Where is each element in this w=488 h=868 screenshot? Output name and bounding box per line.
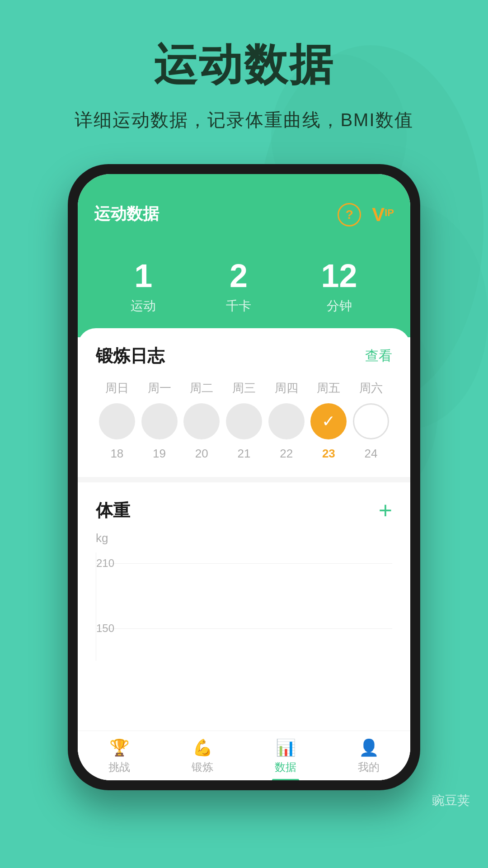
nav-label-workout: 锻炼 bbox=[192, 760, 213, 774]
vip-ip-label: IP bbox=[385, 207, 394, 219]
day-date-6: 24 bbox=[353, 447, 389, 461]
weight-chart: 210 150 bbox=[96, 552, 392, 661]
stats-row: 1 运动 2 千卡 12 分钟 bbox=[78, 245, 410, 337]
day-circle-2[interactable] bbox=[183, 403, 220, 439]
nav-item-profile[interactable]: 👤 我的 bbox=[327, 738, 410, 774]
day-circle-0[interactable] bbox=[99, 403, 135, 439]
app-header: 运动数据 ? V IP bbox=[78, 194, 410, 245]
day-name-4: 周四 bbox=[268, 380, 305, 396]
vip-badge[interactable]: V IP bbox=[372, 205, 394, 224]
page-subtitle: 详细运动数据，记录体重曲线，BMI数值 bbox=[75, 108, 413, 132]
weight-title: 体重 bbox=[96, 499, 130, 522]
nav-item-challenge[interactable]: 🏆 挑战 bbox=[78, 738, 161, 774]
diary-title: 锻炼日志 bbox=[96, 344, 164, 368]
day-date-3: 21 bbox=[226, 447, 262, 461]
stat-calories: 2 千卡 bbox=[226, 258, 251, 315]
help-icon[interactable]: ? bbox=[338, 203, 361, 226]
day-circle-3[interactable] bbox=[226, 403, 262, 439]
day-date-1: 19 bbox=[141, 447, 178, 461]
stat-exercise: 1 运动 bbox=[131, 258, 156, 315]
day-date-4: 22 bbox=[268, 447, 305, 461]
nav-label-challenge: 挑战 bbox=[108, 760, 130, 774]
day-date-2: 20 bbox=[183, 447, 220, 461]
calendar-days-header: 周日 周一 周二 周三 周四 周五 周六 bbox=[96, 380, 392, 396]
stat-calories-label: 千卡 bbox=[226, 297, 251, 315]
watermark: 豌豆荚 bbox=[432, 792, 470, 809]
diary-action[interactable]: 查看 bbox=[365, 347, 392, 365]
day-date-0: 18 bbox=[99, 447, 135, 461]
data-icon: 📊 bbox=[276, 738, 296, 757]
stat-minutes-label: 分钟 bbox=[327, 297, 352, 315]
day-circle-1[interactable] bbox=[141, 403, 178, 439]
chart-label-150: 150 bbox=[96, 622, 119, 635]
nav-item-data[interactable]: 📊 数据 bbox=[244, 738, 327, 780]
checkmark-icon: ✓ bbox=[322, 412, 335, 431]
profile-icon: 👤 bbox=[359, 738, 379, 757]
day-circle-5-active[interactable]: ✓ bbox=[310, 403, 347, 439]
nav-active-indicator bbox=[272, 779, 299, 780]
phone-mockup: 运动数据 ? V IP 1 运动 bbox=[68, 164, 420, 790]
diary-section: 锻炼日志 查看 周日 周一 周二 周三 周四 周五 周六 bbox=[78, 328, 410, 482]
weight-section: 体重 + kg 210 150 bbox=[78, 482, 410, 677]
nav-item-workout[interactable]: 💪 锻炼 bbox=[161, 738, 244, 774]
header-icons: ? V IP bbox=[338, 203, 394, 226]
day-circle-4[interactable] bbox=[268, 403, 305, 439]
day-name-6: 周六 bbox=[353, 380, 389, 396]
stat-minutes: 12 分钟 bbox=[321, 258, 357, 315]
stat-calories-number: 2 bbox=[230, 258, 248, 294]
nav-label-data: 数据 bbox=[275, 760, 296, 774]
calendar-circles: ✓ bbox=[96, 403, 392, 439]
day-dates: 18 19 20 21 22 23 24 bbox=[96, 447, 392, 461]
day-name-0: 周日 bbox=[99, 380, 135, 396]
day-name-3: 周三 bbox=[226, 380, 262, 396]
workout-icon: 💪 bbox=[192, 738, 213, 757]
bottom-nav: 🏆 挑战 💪 锻炼 📊 数据 👤 bbox=[78, 731, 410, 780]
day-name-1: 周一 bbox=[141, 380, 178, 396]
page-title: 运动数据 bbox=[154, 36, 334, 95]
chart-label-210: 210 bbox=[96, 557, 119, 570]
white-content: 锻炼日志 查看 周日 周一 周二 周三 周四 周五 周六 bbox=[78, 328, 410, 780]
nav-label-profile: 我的 bbox=[358, 760, 380, 774]
vip-v-label: V bbox=[372, 205, 385, 224]
day-date-5-active: 23 bbox=[310, 447, 347, 461]
app-title: 运动数据 bbox=[94, 203, 159, 225]
challenge-icon: 🏆 bbox=[109, 738, 130, 757]
status-bar bbox=[78, 174, 410, 194]
add-weight-button[interactable]: + bbox=[379, 499, 392, 522]
weight-unit: kg bbox=[96, 531, 392, 545]
day-name-5: 周五 bbox=[310, 380, 347, 396]
stat-exercise-number: 1 bbox=[134, 258, 152, 294]
day-circle-6[interactable] bbox=[353, 403, 389, 439]
day-name-2: 周二 bbox=[183, 380, 220, 396]
stat-minutes-number: 12 bbox=[321, 258, 357, 294]
stat-exercise-label: 运动 bbox=[131, 297, 156, 315]
weight-header: 体重 + bbox=[96, 499, 392, 522]
